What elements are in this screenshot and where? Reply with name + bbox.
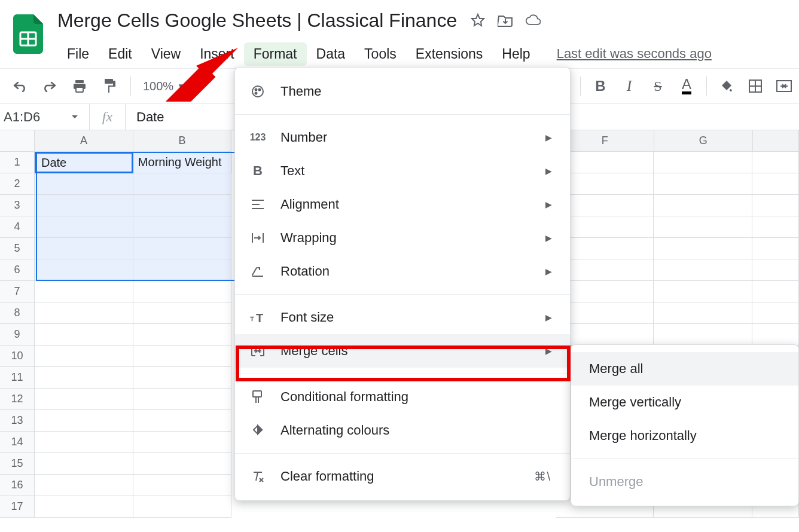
menu-item-alignment[interactable]: Alignment ▶ — [235, 188, 570, 221]
cell[interactable] — [35, 259, 133, 281]
cell[interactable] — [35, 346, 133, 367]
row-header[interactable]: 6 — [0, 259, 35, 281]
menu-help[interactable]: Help — [492, 42, 539, 66]
row-header[interactable]: 13 — [0, 410, 35, 432]
cell[interactable] — [133, 453, 232, 475]
cell[interactable] — [133, 389, 232, 410]
cell[interactable] — [133, 173, 232, 195]
menu-item-number[interactable]: 123 Number ▶ — [235, 121, 570, 154]
borders-icon[interactable] — [746, 77, 764, 95]
cell[interactable] — [35, 410, 133, 432]
cell[interactable] — [35, 302, 133, 324]
cell[interactable] — [133, 410, 232, 432]
cell[interactable] — [654, 216, 752, 238]
formula-input[interactable]: Date — [126, 109, 164, 125]
last-edit-link[interactable]: Last edit was seconds ago — [557, 46, 712, 62]
cell[interactable]: Date — [35, 152, 133, 173]
cell[interactable] — [133, 432, 232, 453]
menu-tools[interactable]: Tools — [355, 42, 406, 66]
cell[interactable] — [654, 259, 752, 281]
column-header[interactable]: B — [133, 130, 232, 152]
cell[interactable] — [654, 152, 752, 173]
cell[interactable] — [654, 324, 752, 346]
row-header[interactable]: 14 — [0, 432, 35, 453]
menu-item-conditional-formatting[interactable]: Conditional formatting — [235, 380, 570, 414]
cell[interactable] — [752, 152, 799, 173]
row-header[interactable]: 9 — [0, 324, 35, 346]
menu-item-clear-formatting[interactable]: Clear formatting ⌘\ — [235, 460, 570, 493]
cell[interactable] — [35, 496, 133, 518]
column-header[interactable]: F — [556, 130, 654, 152]
cell[interactable] — [35, 281, 133, 302]
menu-file[interactable]: File — [57, 42, 99, 66]
cell[interactable] — [35, 432, 133, 453]
row-header[interactable]: 3 — [0, 195, 35, 216]
cell[interactable] — [133, 475, 232, 496]
strikethrough-button[interactable]: S — [649, 77, 667, 95]
menu-item-merge-cells[interactable]: Merge cells ▶ — [235, 334, 570, 368]
cell[interactable] — [35, 367, 133, 389]
cell[interactable] — [654, 281, 752, 302]
cell[interactable] — [654, 195, 752, 216]
row-header[interactable]: 10 — [0, 346, 35, 367]
paint-format-icon[interactable] — [100, 77, 118, 95]
menu-item-theme[interactable]: Theme — [235, 75, 570, 108]
move-to-drive-icon[interactable] — [498, 13, 513, 28]
zoom-dropdown[interactable]: 100% ▼ — [143, 80, 184, 93]
cell[interactable]: Morning Weight — [133, 152, 232, 173]
cell[interactable] — [133, 324, 232, 346]
cell[interactable] — [133, 216, 232, 238]
cell[interactable] — [133, 496, 232, 518]
submenu-merge-all[interactable]: Merge all — [571, 352, 798, 386]
row-header[interactable]: 1 — [0, 152, 35, 173]
menu-data[interactable]: Data — [307, 42, 355, 66]
cell[interactable] — [752, 324, 799, 346]
row-header[interactable]: 11 — [0, 367, 35, 389]
cell[interactable] — [35, 216, 133, 238]
cell[interactable] — [133, 346, 232, 367]
fill-color-icon[interactable] — [718, 77, 736, 95]
merge-cells-toolbar-icon[interactable] — [775, 77, 793, 95]
row-header[interactable]: 8 — [0, 302, 35, 324]
row-header[interactable]: 4 — [0, 216, 35, 238]
cell[interactable] — [35, 238, 133, 259]
cell[interactable] — [133, 195, 232, 216]
row-header[interactable]: 5 — [0, 238, 35, 259]
cell[interactable] — [35, 324, 133, 346]
cell[interactable] — [654, 238, 752, 259]
cell[interactable] — [133, 259, 232, 281]
name-box[interactable]: A1:D6 — [0, 104, 90, 130]
cell[interactable] — [752, 302, 799, 324]
cell[interactable] — [35, 453, 133, 475]
menu-extensions[interactable]: Extensions — [406, 42, 493, 66]
menu-edit[interactable]: Edit — [99, 42, 142, 66]
select-all-corner[interactable] — [0, 130, 35, 152]
column-header[interactable]: A — [35, 130, 133, 152]
cell[interactable] — [752, 281, 799, 302]
menu-view[interactable]: View — [142, 42, 190, 66]
undo-icon[interactable] — [11, 77, 29, 95]
star-icon[interactable] — [470, 13, 486, 28]
menu-item-wrapping[interactable]: Wrapping ▶ — [235, 221, 570, 255]
cell[interactable] — [35, 195, 133, 216]
cell[interactable] — [133, 367, 232, 389]
doc-title[interactable]: Merge Cells Google Sheets | Classical Fi… — [57, 10, 457, 32]
cell[interactable] — [133, 238, 232, 259]
italic-button[interactable]: I — [620, 77, 638, 95]
menu-item-alternating-colours[interactable]: Alternating colours — [235, 414, 570, 447]
cell[interactable] — [133, 302, 232, 324]
row-header[interactable]: 2 — [0, 173, 35, 195]
cell[interactable] — [654, 173, 752, 195]
menu-item-rotation[interactable]: Rotation ▶ — [235, 255, 570, 288]
submenu-merge-horizontally[interactable]: Merge horizontally — [571, 419, 798, 452]
column-header[interactable] — [753, 130, 799, 152]
submenu-merge-vertically[interactable]: Merge vertically — [571, 386, 798, 419]
cell[interactable] — [752, 238, 799, 259]
cell[interactable] — [654, 302, 752, 324]
cell[interactable] — [35, 389, 133, 410]
cloud-status-icon[interactable] — [525, 13, 541, 28]
cell[interactable] — [752, 195, 799, 216]
cell[interactable] — [752, 259, 799, 281]
menu-format[interactable]: Format — [244, 42, 307, 66]
menu-item-text[interactable]: B Text ▶ — [235, 154, 570, 188]
